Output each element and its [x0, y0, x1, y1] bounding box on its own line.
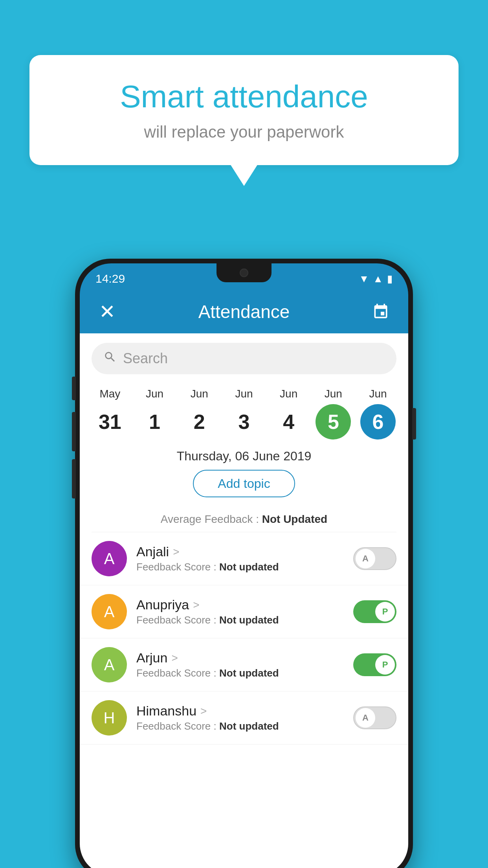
- avatar: H: [92, 700, 127, 736]
- signal-icon: ▲: [373, 273, 383, 285]
- calendar-strip: May31Jun1Jun2Jun3Jun4Jun5Jun6: [80, 384, 408, 440]
- volume-down-button: [72, 459, 76, 498]
- volume-up-button: [72, 412, 76, 451]
- attendance-toggle[interactable]: P: [353, 653, 396, 676]
- avatar: A: [92, 541, 127, 576]
- close-button[interactable]: ✕: [95, 300, 119, 324]
- battery-icon: ▮: [387, 273, 393, 285]
- selected-date: Thursday, 06 June 2019: [80, 449, 408, 463]
- screen-content: Search May31Jun1Jun2Jun3Jun4Jun5Jun6 Thu…: [80, 333, 408, 868]
- calendar-day[interactable]: Jun3: [224, 388, 264, 440]
- feedback-score: Feedback Score : Not updated: [136, 614, 344, 626]
- student-item: HHimanshu >Feedback Score : Not updatedA: [80, 691, 408, 745]
- volume-mute-button: [72, 377, 76, 400]
- calendar-day[interactable]: Jun4: [269, 388, 308, 440]
- feedback-score: Feedback Score : Not updated: [136, 667, 344, 679]
- student-name[interactable]: Anupriya >: [136, 597, 344, 612]
- avatar: A: [92, 594, 127, 629]
- attendance-toggle[interactable]: A: [353, 706, 396, 729]
- feedback-score: Feedback Score : Not updated: [136, 561, 344, 573]
- speech-bubble-arrow: [230, 164, 258, 186]
- speech-bubble-container: Smart attendance will replace your paper…: [29, 55, 459, 186]
- toggle-knob: P: [375, 602, 395, 622]
- student-name[interactable]: Anjali >: [136, 544, 344, 559]
- toggle-knob: A: [356, 708, 375, 728]
- toggle-knob: A: [356, 549, 375, 568]
- status-icons: ▼ ▲ ▮: [359, 273, 393, 285]
- student-item: AArjun >Feedback Score : Not updatedP: [80, 638, 408, 691]
- student-name[interactable]: Himanshu >: [136, 703, 344, 719]
- avg-feedback: Average Feedback : Not Updated: [80, 513, 408, 526]
- power-button: [412, 408, 416, 440]
- speech-bubble: Smart attendance will replace your paper…: [29, 55, 459, 165]
- phone-frame: 14:29 ▼ ▲ ▮ ✕ Attendance: [75, 259, 413, 868]
- search-placeholder: Search: [123, 350, 168, 367]
- student-item: AAnjali >Feedback Score : Not updatedA: [80, 532, 408, 585]
- status-time: 14:29: [95, 272, 125, 285]
- student-name[interactable]: Arjun >: [136, 650, 344, 666]
- attendance-toggle[interactable]: P: [353, 600, 396, 623]
- student-list: AAnjali >Feedback Score : Not updatedAAA…: [80, 532, 408, 745]
- attendance-toggle[interactable]: A: [353, 547, 396, 570]
- promo-subtitle: will replace your paperwork: [57, 123, 431, 142]
- calendar-day[interactable]: Jun6: [358, 388, 398, 440]
- toggle-knob: P: [375, 655, 395, 675]
- add-topic-button[interactable]: Add topic: [193, 470, 295, 497]
- chevron-icon: >: [193, 599, 199, 611]
- calendar-day[interactable]: Jun2: [180, 388, 219, 440]
- feedback-score: Feedback Score : Not updated: [136, 720, 344, 732]
- chevron-icon: >: [171, 652, 178, 664]
- chevron-icon: >: [200, 705, 207, 717]
- calendar-day[interactable]: May31: [90, 388, 130, 440]
- wifi-icon: ▼: [359, 273, 369, 285]
- phone-screen: 14:29 ▼ ▲ ▮ ✕ Attendance: [80, 263, 408, 868]
- student-item: AAnupriya >Feedback Score : Not updatedP: [80, 585, 408, 638]
- calendar-icon[interactable]: [369, 300, 393, 324]
- calendar-day[interactable]: Jun1: [135, 388, 174, 440]
- calendar-day[interactable]: Jun5: [314, 388, 353, 440]
- search-icon: [103, 350, 117, 367]
- promo-title: Smart attendance: [57, 79, 431, 115]
- app-bar-title: Attendance: [198, 301, 290, 322]
- notch: [216, 263, 272, 282]
- camera: [240, 268, 248, 277]
- app-bar: ✕ Attendance: [80, 290, 408, 333]
- search-bar[interactable]: Search: [92, 343, 396, 374]
- chevron-icon: >: [173, 546, 179, 558]
- avatar: A: [92, 647, 127, 682]
